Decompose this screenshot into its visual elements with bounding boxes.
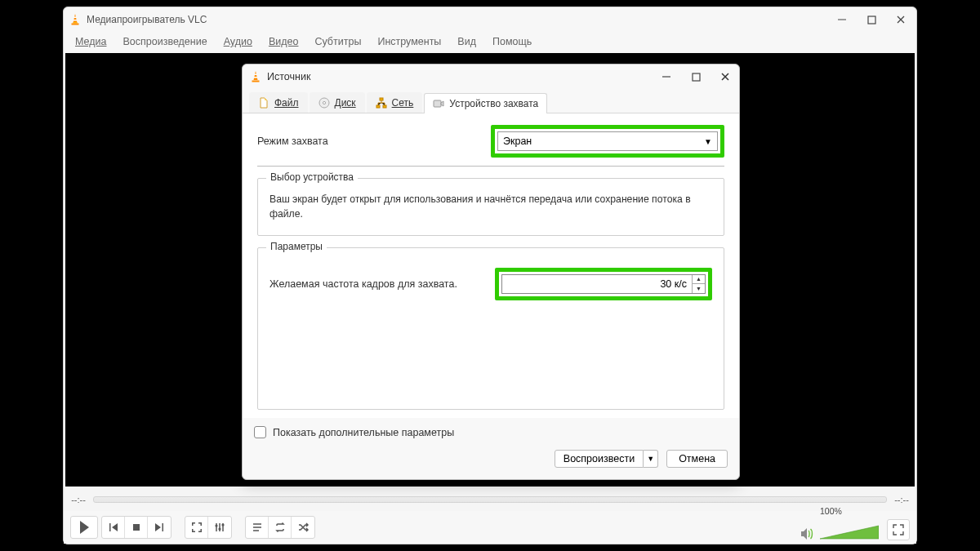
skip-previous-icon [108,522,119,533]
capture-mode-label: Режим захвата [257,136,483,147]
tab-network[interactable]: Сеть [367,92,423,113]
dialog-tabs: Файл Диск Сеть Устройство захвата [243,89,739,113]
svg-rect-4 [133,524,140,531]
svg-rect-2 [74,20,77,21]
highlight-fps-spinner: 30 к/с ▲ ▼ [495,268,712,300]
fps-spinner[interactable]: 30 к/с ▲ ▼ [501,274,706,294]
dialog-maximize-button[interactable] [690,71,702,82]
tab-file[interactable]: Файл [249,92,308,113]
loop-icon [274,522,286,533]
skip-next-icon [154,522,165,533]
dialog-play-dropdown[interactable]: ▼ [644,450,658,468]
disc-icon [318,97,330,109]
file-icon [258,97,270,109]
svg-rect-17 [383,105,386,108]
playback-toolbar: 100% [64,511,916,544]
show-more-options-row: Показать дополнительные параметры [254,426,728,438]
extended-settings-button[interactable] [208,517,231,538]
stop-icon [131,522,141,532]
svg-rect-18 [434,100,441,107]
fullscreen-icon [191,522,203,533]
shuffle-button[interactable] [292,517,314,538]
network-icon [376,97,387,109]
dialog-minimize-button[interactable] [661,71,672,82]
parameters-legend: Параметры [266,241,327,252]
svg-point-6 [218,527,220,530]
svg-rect-16 [376,105,380,108]
svg-rect-10 [255,74,257,76]
time-elapsed: --:-- [69,495,88,504]
vlc-cone-icon [249,70,262,83]
spinner-down-button[interactable]: ▼ [693,284,705,293]
device-selection-description: Ваш экран будет открыт для использования… [270,192,712,222]
svg-marker-8 [820,526,879,539]
skip-group [101,516,172,539]
playlist-button[interactable] [246,517,269,538]
highlight-capture-mode: Экран ▼ [491,125,724,158]
main-menubar: Медиа Воспроизведение Аудио Видео Субтит… [64,32,916,51]
shuffle-icon [297,522,309,533]
main-minimize-button[interactable] [836,14,848,25]
stop-button[interactable] [125,517,148,538]
svg-rect-1 [74,17,77,19]
capture-mode-value: Экран [503,136,532,147]
dialog-button-row: Воспроизвести ▼ Отмена [254,450,728,468]
volume-slider[interactable] [820,524,879,540]
svg-rect-15 [380,98,383,100]
menu-tools[interactable]: Инструменты [371,34,448,49]
menu-help[interactable]: Помощь [486,34,538,49]
svg-rect-0 [72,24,79,25]
svg-rect-12 [693,73,700,81]
main-maximize-button[interactable] [866,14,877,25]
fullscreen-toggle-button[interactable] [185,517,208,538]
svg-rect-11 [254,77,257,78]
seek-slider[interactable] [93,496,887,503]
time-total: --:-- [892,495,911,504]
show-more-options-checkbox[interactable] [254,426,266,438]
menu-media[interactable]: Медиа [69,34,113,49]
play-split-button: Воспроизвести ▼ [555,450,658,468]
loop-button[interactable] [269,517,292,538]
dialog-play-button[interactable]: Воспроизвести [555,450,644,468]
open-source-dialog: Источник Файл Диск Сеть Устройст [242,64,740,480]
previous-button[interactable] [102,517,125,538]
svg-rect-9 [252,81,260,82]
playlist-group [245,516,315,539]
main-window-title: Медиапроигрыватель VLC [87,14,836,25]
dialog-body: Режим захвата Экран ▼ Выбор устройства В… [243,113,739,418]
play-button[interactable] [70,516,98,539]
fullscreen-button-right[interactable] [887,519,910,540]
tab-capture-device[interactable]: Устройство захвата [424,93,547,113]
device-selection-legend: Выбор устройства [266,171,358,183]
dialog-titlebar: Источник [243,64,739,89]
next-button[interactable] [148,517,171,538]
volume-percent-label: 100% [820,506,879,516]
spinner-up-button[interactable]: ▲ [693,275,705,285]
menu-video[interactable]: Видео [262,34,305,49]
main-titlebar: Медиапроигрыватель VLC [64,7,916,32]
dropdown-caret-icon: ▼ [704,137,712,146]
dialog-cancel-button[interactable]: Отмена [666,450,728,468]
menu-playback[interactable]: Воспроизведение [116,34,213,49]
main-close-button[interactable] [895,14,906,25]
expand-icon [893,524,904,535]
capture-mode-combobox[interactable]: Экран ▼ [497,131,718,151]
fps-row: Желаемая частота кадров для захвата. 30 … [270,268,712,300]
capture-mode-row: Режим захвата Экран ▼ [257,125,724,167]
spinner-steppers: ▲ ▼ [692,275,705,293]
svg-point-7 [221,523,224,526]
dialog-footer: Показать дополнительные параметры Воспро… [243,418,739,479]
menu-subtitles[interactable]: Субтитры [308,34,368,49]
menu-audio[interactable]: Аудио [217,34,259,49]
sliders-icon [214,522,225,533]
svg-point-5 [215,524,217,527]
fps-label: Желаемая частота кадров для захвата. [270,278,485,290]
playlist-icon [252,522,263,533]
fps-value: 30 к/с [502,278,692,290]
menu-view[interactable]: Вид [451,34,483,49]
tab-disc[interactable]: Диск [310,92,365,113]
parameters-group: Параметры Желаемая частота кадров для за… [257,247,724,410]
dialog-close-button[interactable] [719,71,731,82]
capture-device-icon [433,98,444,109]
view-group [185,516,232,539]
